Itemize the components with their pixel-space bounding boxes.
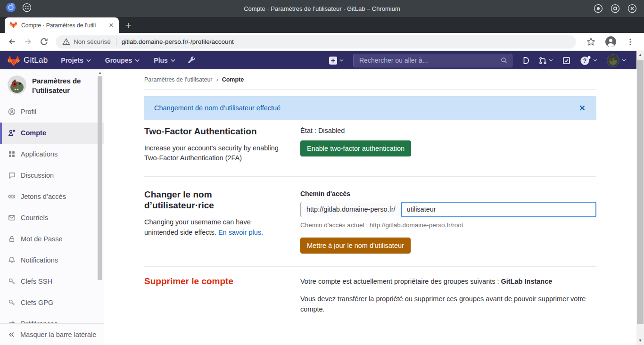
- scroll-up-arrow[interactable]: ▲: [636, 53, 644, 57]
- browser-menu-kebab-icon[interactable]: [622, 35, 638, 49]
- reload-icon[interactable]: [36, 35, 52, 49]
- change-username-description: Changing your username can have unintend…: [144, 217, 281, 238]
- path-label: Chemin d'accès: [300, 190, 596, 197]
- address-bar[interactable]: Non sécurisé gitlab.domaine-perso.fr/-/p…: [56, 35, 576, 49]
- search-icon: [501, 57, 507, 64]
- email-icon: [8, 214, 16, 222]
- gitlab-favicon: [9, 21, 17, 30]
- breadcrumb-parent[interactable]: Paramètres de l’utilisateur: [144, 76, 213, 83]
- security-chip[interactable]: Non sécurisé: [62, 38, 111, 46]
- ownership-text: Votre compte est actuellement propriétai…: [300, 277, 596, 287]
- account-settings-content: Paramètres de l’utilisateur › Compte Cha…: [104, 69, 644, 345]
- sidebar-item-notifications[interactable]: Notifications: [0, 250, 104, 271]
- page-scrollbar-thumb[interactable]: [637, 60, 644, 324]
- sidebar-item-compte[interactable]: Compte: [0, 123, 104, 144]
- close-button[interactable]: [627, 3, 637, 14]
- merge-requests-icon[interactable]: [539, 57, 553, 65]
- tab-title: Compte · Paramètres de l’utili: [21, 22, 104, 29]
- change-username-heading: Changer le nom d’utilisateur·rice: [144, 189, 281, 212]
- new-tab-button[interactable]: +: [125, 20, 131, 30]
- collapse-sidebar-button[interactable]: Masquer la barre latérale: [0, 323, 104, 345]
- two-factor-description: Increase your account's security by enab…: [144, 143, 281, 164]
- admin-wrench-icon[interactable]: [188, 57, 196, 65]
- key-icon: [8, 299, 16, 306]
- user-avatar-large: [8, 75, 26, 94]
- security-label: Non sécurisé: [74, 38, 111, 45]
- user-avatar: [607, 54, 619, 67]
- chevron-down-icon: [622, 59, 626, 62]
- todos-icon[interactable]: [562, 57, 570, 65]
- global-search[interactable]: [353, 54, 512, 67]
- url-prefix: http://gitlab.domaine-perso.fr/: [300, 202, 402, 217]
- sidebar-item-applications[interactable]: Applications: [0, 144, 104, 165]
- chevron-down-icon: [171, 59, 175, 62]
- bookmark-star-icon[interactable]: [583, 35, 599, 49]
- chevron-down-icon: [549, 59, 553, 62]
- alert-close-icon[interactable]: [579, 105, 585, 111]
- tab-close-icon[interactable]: ✕: [107, 22, 115, 29]
- breadcrumb-current: Compte: [222, 76, 244, 83]
- applications-icon: [8, 150, 16, 158]
- transfer-text: Vous devez transférer la propriété ou su…: [300, 294, 596, 314]
- username-input-group: http://gitlab.domaine-perso.fr/: [300, 202, 596, 217]
- group-name: GitLab Instance: [501, 278, 553, 285]
- sidebar-item-mot-de-passe[interactable]: Mot de Passe: [0, 229, 104, 250]
- delete-account-heading: Supprimer le compte: [144, 276, 281, 287]
- menu-groups[interactable]: Groupes: [105, 57, 140, 64]
- two-factor-status: État : Disabled: [300, 127, 596, 134]
- sidebar-scrollbar-thumb[interactable]: [98, 76, 102, 280]
- user-avatar-menu[interactable]: [607, 54, 626, 67]
- breadcrumb-separator: ›: [216, 76, 218, 83]
- gitlab-logo[interactable]: GitLab: [8, 55, 48, 66]
- forward-icon[interactable]: [20, 35, 36, 49]
- sidebar-item-courriels[interactable]: Courriels: [0, 207, 104, 229]
- menu-more[interactable]: Plus: [154, 57, 175, 64]
- menu-projects[interactable]: Projets: [61, 57, 91, 64]
- lock-icon: [8, 235, 16, 243]
- browser-tab[interactable]: Compte · Paramètres de l’utili ✕: [5, 17, 119, 33]
- sidebar-nav: Profil Compte Applications Discussion Je…: [0, 101, 104, 335]
- settings-sidebar: Paramètres de l’utilisateur Profil Compt…: [0, 69, 104, 345]
- delete-account-section: Supprimer le compte Votre compte est act…: [144, 267, 596, 314]
- apps-grid-icon[interactable]: [22, 2, 32, 15]
- screen: Compte · Paramètres de l’utilisateur · G…: [0, 0, 644, 345]
- username-input[interactable]: [401, 202, 596, 217]
- breadcrumb: Paramètres de l’utilisateur › Compte: [144, 76, 596, 90]
- omnibox-separator: [116, 38, 116, 46]
- sidebar-item-clefs-gpg[interactable]: Clefs GPG: [0, 292, 104, 313]
- sidebar-item-jetons-acces[interactable]: Jetons d’accès: [0, 186, 104, 207]
- enable-two-factor-button[interactable]: Enable two-factor authentication: [300, 140, 411, 156]
- browser-toolbar: Non sécurisé gitlab.domaine-perso.fr/-/p…: [0, 33, 644, 51]
- help-icon[interactable]: ?: [580, 56, 597, 66]
- window-titlebar: Compte · Paramètres de l’utilisateur · G…: [0, 0, 644, 17]
- change-username-section: Changer le nom d’utilisateur·rice Changi…: [144, 177, 596, 254]
- new-menu-button[interactable]: [329, 57, 344, 65]
- back-icon[interactable]: [4, 35, 20, 49]
- chromium-icon: [6, 2, 16, 15]
- maximize-button[interactable]: [610, 3, 620, 14]
- minimize-button[interactable]: [593, 3, 603, 14]
- search-input[interactable]: [358, 56, 497, 65]
- double-chevron-left-icon: [8, 331, 15, 338]
- browser-profile-avatar[interactable]: [603, 35, 619, 49]
- window-title: Compte · Paramètres de l’utilisateur · G…: [244, 5, 400, 12]
- chevron-down-icon: [339, 59, 344, 62]
- issues-icon[interactable]: [522, 57, 529, 65]
- update-username-button[interactable]: Mettre à jour le nom d'utilisateur: [300, 238, 411, 254]
- scroll-down-arrow[interactable]: ▼: [636, 338, 644, 343]
- learn-more-link[interactable]: En savoir plus.: [218, 229, 263, 236]
- two-factor-heading: Two-Factor Authentication: [144, 126, 281, 137]
- token-icon: [8, 193, 16, 200]
- gitlab-navbar: GitLab Projets Groupes Plus: [0, 51, 644, 70]
- bell-icon: [8, 256, 16, 264]
- sidebar-item-discussion[interactable]: Discussion: [0, 165, 104, 186]
- url-text: gitlab.domaine-perso.fr/-/profile/accoun…: [122, 38, 234, 45]
- sidebar-item-profil[interactable]: Profil: [0, 101, 104, 123]
- page-scrollbar[interactable]: ▲ ▼: [636, 50, 644, 345]
- chevron-down-icon: [593, 59, 597, 62]
- tab-strip: Compte · Paramètres de l’utili ✕ +: [0, 17, 644, 33]
- chevron-down-icon: [86, 59, 91, 62]
- sidebar-scroll-up-arrow[interactable]: ▲: [98, 71, 102, 75]
- sidebar-item-clefs-ssh[interactable]: Clefs SSH: [0, 271, 104, 292]
- key-icon: [8, 278, 16, 285]
